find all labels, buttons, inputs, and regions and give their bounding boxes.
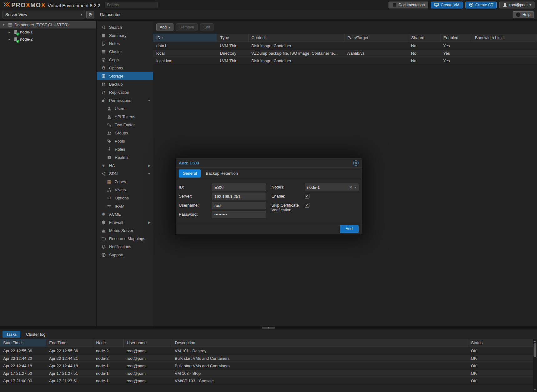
column-header-content[interactable]: Content: [248, 34, 344, 42]
cube-icon: [469, 3, 474, 7]
tree-item-datacenter[interactable]: ▾ Datacenter (TEST-CLUSTER): [0, 21, 96, 28]
nav-item-notes[interactable]: Notes: [97, 39, 153, 48]
nav-item-firewall[interactable]: Firewall▶: [97, 218, 153, 226]
unlock-icon: [100, 98, 107, 103]
column-header-bandwidth[interactable]: Bandwidth Limit: [472, 34, 537, 42]
nav-item-ceph[interactable]: Ceph: [97, 56, 153, 64]
column-header-status[interactable]: Status: [468, 339, 533, 347]
documentation-button[interactable]: Documentation: [389, 2, 428, 8]
tree-item-node-2[interactable]: ▸ ✓ node-2: [0, 36, 96, 43]
nav-item-sdn-options[interactable]: ⚙Options: [97, 194, 153, 202]
splitter-collapse-handle[interactable]: ▾: [262, 327, 275, 329]
column-header-node[interactable]: Node: [93, 339, 123, 347]
column-header-user-name[interactable]: User name: [123, 339, 172, 347]
global-search-input[interactable]: [105, 2, 158, 8]
scroll-up-icon[interactable]: ▲: [533, 339, 537, 343]
nav-item-roles[interactable]: Roles: [97, 145, 153, 153]
column-header-description[interactable]: Description: [172, 339, 468, 347]
tree-item-node-1[interactable]: ▸ ✓ node-1: [0, 28, 96, 36]
column-header-shared[interactable]: Shared: [408, 34, 440, 42]
storage-row-data1[interactable]: data1LVM-ThinDisk image, ContainerNoYes: [153, 42, 537, 49]
scroll-down-icon[interactable]: ▼: [533, 388, 537, 392]
chevron-down-icon[interactable]: ▾: [354, 186, 356, 189]
task-row[interactable]: Apr 17 21:08:00Apr 17 21:27:51node-1root…: [0, 377, 533, 384]
column-header-type[interactable]: Type: [217, 34, 248, 42]
nav-item-acme[interactable]: ✺ACME: [97, 210, 153, 218]
note-icon: [100, 41, 107, 46]
column-header-enabled[interactable]: Enabled: [440, 34, 472, 42]
dialog-add-button[interactable]: Add: [340, 225, 359, 233]
remove-button[interactable]: Remove: [176, 23, 198, 31]
column-header-end-time[interactable]: End Time: [46, 339, 93, 347]
nav-item-options[interactable]: ⚙Options: [97, 64, 153, 72]
task-row[interactable]: Apr 22 12:44:20Apr 22 12:44:21node-2root…: [0, 354, 533, 362]
help-button[interactable]: ? Help: [513, 11, 534, 18]
clear-icon[interactable]: ✕: [349, 185, 353, 190]
task-row[interactable]: Apr 22 12:55:36Apr 22 12:55:36node-2root…: [0, 347, 533, 354]
nav-item-zones[interactable]: ▦Zones: [97, 178, 153, 186]
tab-general[interactable]: General: [179, 169, 201, 178]
user-menu-button[interactable]: root@pam ▾: [499, 2, 534, 8]
chevron-down-icon[interactable]: ▾: [2, 23, 6, 27]
form-left-column: ID: ESXi Server: 192.168.1.251 Username:…: [179, 183, 266, 220]
nav-item-two-factor[interactable]: Two Factor: [97, 121, 153, 129]
nav-item-backup[interactable]: Backup: [97, 80, 153, 88]
column-header-id[interactable]: ID↑: [153, 34, 217, 42]
edit-button[interactable]: Edit: [200, 23, 214, 31]
nav-item-summary[interactable]: Summary: [97, 31, 153, 39]
nav-item-sdn[interactable]: SDN▼: [97, 169, 153, 178]
enable-checkbox[interactable]: [305, 194, 309, 199]
sort-desc-icon: ↓: [23, 341, 25, 345]
server-field[interactable]: 192.168.1.251: [212, 193, 266, 200]
task-row[interactable]: Apr 17 21:27:50Apr 17 21:27:51node-1root…: [0, 369, 533, 377]
close-icon[interactable]: ✕: [353, 160, 359, 166]
add-button[interactable]: Add▾: [156, 23, 173, 31]
chevron-right-icon[interactable]: ▸: [8, 30, 11, 34]
nav-item-users[interactable]: Users: [97, 104, 153, 113]
nav-item-permissions[interactable]: Permissions▼: [97, 96, 153, 104]
column-header-start-time[interactable]: Start Time↓: [0, 339, 46, 347]
nav-item-groups[interactable]: Groups: [97, 129, 153, 137]
dialog-titlebar[interactable]: Add: ESXi ✕: [176, 158, 362, 168]
nav-item-pools[interactable]: Pools: [97, 137, 153, 145]
username-field[interactable]: root: [212, 202, 266, 209]
nav-item-replication[interactable]: ⇄Replication: [97, 88, 153, 96]
storage-row-local[interactable]: localDirectoryVZDump backup file, ISO im…: [153, 49, 537, 57]
nav-item-search[interactable]: Search: [97, 23, 153, 31]
password-field[interactable]: •••••••••: [212, 211, 266, 218]
tasks-scrollbar[interactable]: ▲ ▼: [533, 339, 537, 392]
nav-item-metric-server[interactable]: Metric Server: [97, 226, 153, 234]
nodes-combobox[interactable]: node-1 ✕ ▾: [305, 183, 359, 191]
nav-item-resource-mappings[interactable]: Resource Mappings: [97, 234, 153, 243]
nav-item-api-tokens[interactable]: API Tokens: [97, 113, 153, 121]
tree-settings-button[interactable]: ⚙: [86, 11, 94, 18]
storage-row-local-lvm[interactable]: local-lvmLVM-ThinDisk image, ContainerNo…: [153, 57, 537, 64]
nav-item-support[interactable]: Support: [97, 251, 153, 259]
nav-item-notifications[interactable]: Notifications: [97, 243, 153, 251]
nav-item-ipam[interactable]: IPAM: [97, 202, 153, 210]
nav-item-vnets[interactable]: VNets: [97, 186, 153, 194]
nav-item-ha[interactable]: ♥HA▶: [97, 161, 153, 169]
dialog-footer: Add: [176, 223, 362, 234]
nav-item-realms[interactable]: Realms: [97, 153, 153, 161]
nav-item-cluster[interactable]: Cluster: [97, 48, 153, 56]
breadcrumb: Datacenter: [100, 12, 121, 17]
scrollbar-thumb[interactable]: [534, 343, 536, 357]
storage-table: ID↑ Type Content Path/Target Shared Enab…: [153, 34, 537, 65]
task-row[interactable]: Apr 22 12:44:18Apr 22 12:44:18node-1root…: [0, 362, 533, 369]
chevron-right-icon[interactable]: ▸: [8, 38, 11, 41]
tab-backup-retention[interactable]: Backup Retention: [202, 169, 242, 178]
tab-cluster-log[interactable]: Cluster log: [22, 331, 49, 338]
column-header-path[interactable]: Path/Target: [344, 34, 408, 42]
password-label: Password:: [179, 211, 212, 218]
create-ct-button[interactable]: Create CT: [465, 2, 497, 8]
view-select[interactable]: Server View ▾: [3, 11, 85, 18]
tab-tasks[interactable]: Tasks: [3, 331, 20, 338]
create-vm-button[interactable]: Create VM: [431, 2, 463, 8]
panel-splitter[interactable]: ▾: [0, 326, 537, 329]
heartbeat-icon: ♥: [100, 163, 107, 168]
enable-label: Enable:: [272, 193, 305, 200]
nav-item-storage[interactable]: Storage: [97, 72, 153, 80]
id-field[interactable]: ESXi: [212, 183, 266, 191]
skip-cert-checkbox[interactable]: [305, 203, 309, 208]
